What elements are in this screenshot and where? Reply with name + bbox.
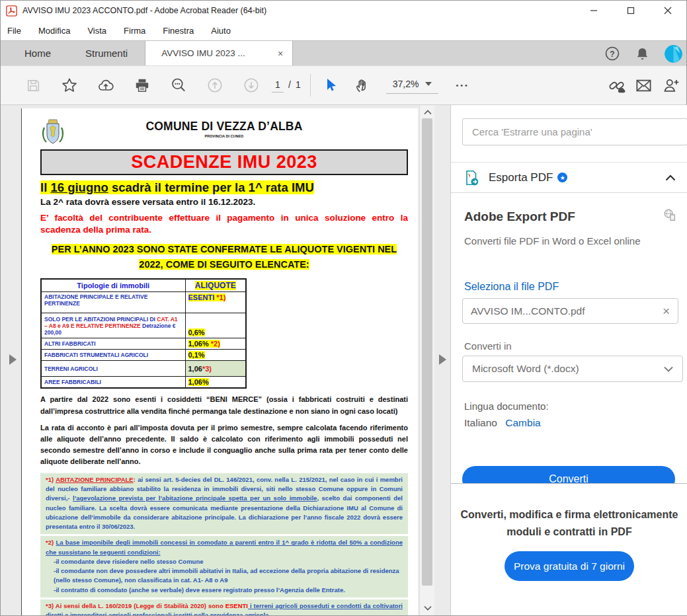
main-area: COMUNE DI VEZZA D’ALBA PROVINCIA DI CUNE… [1,105,686,615]
more-tools-button[interactable]: ••• [456,81,469,89]
row-value: 1,06% [185,377,246,389]
table-row: FABBRICATI STRUMENTALI AGRICOLI 0,1% [41,350,246,361]
footnote-2-item: -il comodante deve risiedere nello stess… [46,557,403,566]
beni-merce-paragraph: A partire dal 2022 sono esenti i cosidde… [40,394,408,416]
menu-aiuto[interactable]: Aiuto [211,26,231,36]
notifications-bell-icon[interactable] [635,46,650,61]
row-label: TERRENI AGRICOLI [41,361,185,377]
menu-vista[interactable]: Vista [87,26,106,36]
scadenze-banner: SCADENZE IMU 2023 [40,149,408,175]
free-trial-button[interactable]: Prova gratuita di 7 giorni [505,551,634,581]
language-label: Lingua documento: [464,401,549,412]
tools-panel: Esporta PDF ★ Adobe Export PDF Converti … [450,105,687,615]
export-pdf-section-header[interactable]: Esporta PDF ★ [451,162,687,193]
window-title: AVVISO IMU 2023 ACCONTO.pdf - Adobe Acro… [22,6,266,15]
scrollbar-thumb[interactable] [422,118,432,586]
close-tab-icon[interactable]: × [278,48,283,59]
row-label: SOLO PER LE ABITAZIONI PRINCIPALI DI CAT… [41,313,185,338]
document-header: COMUNE DI VEZZA D’ALBA PROVINCIA DI CUNE… [40,112,408,147]
change-language-link[interactable]: Cambia [505,417,540,428]
zoom-level-value: 37,2% [393,79,419,89]
toolbar: 1 / 1 37,2% ••• [1,65,686,105]
second-rate-line: La 2^ rata dovrà essere versata entro il… [40,197,408,207]
left-pane-toggle-icon[interactable] [9,354,17,365]
search-zoom-button[interactable] [165,71,192,99]
select-tool-button[interactable] [316,71,344,99]
vertical-scrollbar[interactable] [419,105,434,615]
dropdown-chevron-icon [664,363,673,375]
footnote-2: *2) La base imponibile degli immobili co… [40,536,408,597]
promo-text: Converti, modifica e firma elettronicame… [451,506,687,540]
favorite-star-button[interactable] [56,71,83,99]
tab-document-label: AVVISO IMU 2023 ... [161,48,245,58]
add-user-icon[interactable] [662,77,680,95]
share-link-icon[interactable] [608,77,626,95]
next-page-button[interactable] [237,71,265,99]
rata-acconto-paragraph: La rata di acconto è pari all’imposta do… [40,422,408,467]
hand-tool-button[interactable] [348,71,376,99]
save-button[interactable] [19,71,47,99]
table-row: ALTRI FABBRICATI 1,06% *2) [41,338,246,350]
row-label: FABBRICATI STRUMENTALI AGRICOLI [41,350,185,361]
page-total: 1 [296,79,301,90]
menu-file[interactable]: File [7,26,21,36]
aliquote-table: Tipologie di immobili ALIQUOTE ABITAZION… [40,278,247,389]
toolbar-right-icons [608,77,680,95]
single-payment-line: E’ facoltà del contribuente effettuare i… [40,212,408,235]
header-aliquote: ALIQUOTE [185,279,246,292]
share-upload-button[interactable] [92,71,120,99]
comune-title: COMUNE DI VEZZA D’ALBA [40,112,408,134]
header-tipologie: Tipologie di immobili [41,279,185,292]
search-input[interactable] [462,118,687,145]
tab-strumenti[interactable]: Strumenti [68,41,145,65]
deadline-line: Il 16 giugno scadrà il termine per la 1^… [40,180,408,195]
remove-file-icon[interactable]: × [663,304,670,319]
export-pdf-icon [463,169,480,186]
row-value: 1,06% *2) [185,338,246,350]
online-service-icon [663,208,677,222]
footnotes: *1) ABITAZIONE PRINCIPALE: ai sensi art.… [40,473,408,615]
email-icon[interactable] [635,77,653,95]
table-row: AREE FABBRICABILI 1,06% [41,377,246,389]
help-icon[interactable]: ? [604,46,620,61]
window-controls [575,1,686,20]
adobe-export-pdf-title: Adobe Export PDF [464,210,575,224]
menu-modifica[interactable]: Modifica [38,26,70,36]
print-button[interactable] [128,71,156,99]
export-pdf-label: Esporta PDF [489,171,553,184]
toolbar-divider [310,74,311,96]
menu-bar: File Modifica Vista Firma Finestra Aiuto [1,20,686,40]
page-number-input[interactable]: 1 [272,78,284,93]
menu-firma[interactable]: Firma [124,26,145,36]
select-pdf-file-link[interactable]: Seleziona il file PDF [464,281,559,293]
tab-document[interactable]: AVVISO IMU 2023 ... × [145,41,293,65]
selected-file-chip[interactable]: AVVISO IM...CONTO.pdf × [462,298,678,324]
user-avatar[interactable] [665,45,682,63]
collapse-chevron-up-icon[interactable] [665,172,676,184]
format-dropdown[interactable]: Microsoft Word (*.docx) [462,356,683,382]
right-pane-toggle-icon[interactable] [439,354,446,365]
tab-home[interactable]: Home [1,41,68,65]
pdf-page-content: COMUNE DI VEZZA D’ALBA PROVINCIA DI CUNE… [22,108,418,615]
maximize-button[interactable] [612,1,649,20]
previous-page-button[interactable] [201,71,229,99]
pdf-page[interactable]: COMUNE DI VEZZA D’ALBA PROVINCIA DI CUNE… [21,108,418,615]
zoom-level-select[interactable]: 37,2% [386,77,439,94]
close-button[interactable] [649,1,686,20]
minimize-button[interactable] [575,1,612,20]
table-row: TERRENI AGRICOLI 1,06*3) [41,361,246,377]
svg-text:?: ? [610,50,614,59]
confirmed-rates-line: PER L’ANNO 2023 SONO STATE CONFERMATE LE… [40,242,408,272]
export-subtitle: Converti file PDF in Word o Excel online [464,235,641,247]
comune-crest-logo [39,114,67,147]
page-separator: / [288,79,291,90]
row-value: ESENTI *1) [185,292,246,313]
row-label: ALTRI FABBRICATI [41,338,185,350]
menu-finestra[interactable]: Finestra [163,26,194,36]
footnote-2-item: -il comodante non deve possedere altri i… [46,566,403,586]
row-label: ABITAZIONE PRINCIPALE E RELATIVE PERTINE… [41,292,185,313]
row-value: 0,6% [185,313,246,338]
page-number-box: 1 / 1 [272,78,301,93]
scroll-up-icon[interactable] [420,106,435,118]
scroll-down-icon[interactable] [420,602,435,614]
